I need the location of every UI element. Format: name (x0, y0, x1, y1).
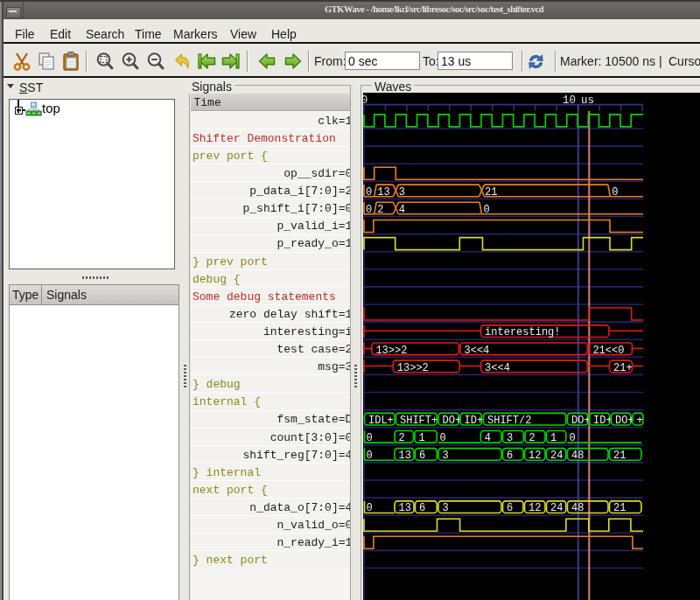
svg-text:13>>2: 13>>2 (396, 362, 428, 374)
svg-text:12: 12 (528, 450, 541, 462)
svg-text:0: 0 (363, 94, 368, 107)
svg-text:0: 0 (439, 432, 445, 444)
svg-text:21<<0: 21<<0 (592, 345, 624, 357)
svg-text:+: + (636, 415, 642, 427)
svg-text:3: 3 (442, 502, 448, 514)
svg-text:0: 0 (366, 204, 372, 216)
svg-text:1: 1 (418, 432, 424, 444)
svg-text:21+: 21+ (613, 362, 633, 374)
svg-text:0: 0 (612, 186, 618, 199)
svg-text:SHIFT+: SHIFT+ (400, 415, 438, 427)
svg-text:3: 3 (398, 186, 404, 199)
svg-text:48: 48 (571, 450, 584, 462)
svg-text:3<<4: 3<<4 (485, 362, 510, 374)
svg-text:DO+: DO+ (571, 415, 591, 427)
svg-text:0: 0 (366, 432, 372, 444)
svg-text:21: 21 (613, 502, 626, 514)
svg-text:12: 12 (528, 502, 541, 514)
svg-text:6: 6 (419, 450, 425, 462)
svg-text:ID+: ID+ (464, 415, 483, 427)
svg-text:4: 4 (398, 204, 404, 216)
svg-text:DO+: DO+ (442, 415, 461, 427)
svg-text:2: 2 (377, 204, 383, 216)
svg-text:13: 13 (377, 186, 389, 199)
svg-text:6: 6 (507, 450, 513, 462)
svg-text:IDL+: IDL+ (368, 415, 394, 427)
svg-text:3<<4: 3<<4 (464, 345, 489, 357)
svg-text:4: 4 (484, 432, 490, 444)
svg-text:13: 13 (398, 450, 410, 462)
svg-text:0: 0 (366, 502, 372, 514)
svg-text:1: 1 (550, 432, 556, 444)
svg-text:13: 13 (398, 502, 410, 514)
svg-text:0: 0 (366, 186, 372, 199)
svg-text:SHIFT/2: SHIFT/2 (487, 415, 531, 427)
svg-text:21: 21 (485, 186, 497, 199)
svg-text:13>>2: 13>>2 (375, 345, 407, 357)
svg-text:2: 2 (398, 432, 404, 444)
svg-text:6: 6 (507, 502, 513, 514)
svg-text:0: 0 (366, 450, 372, 462)
svg-text:21: 21 (613, 450, 626, 462)
svg-text:10: 10 (562, 94, 575, 107)
svg-text:2: 2 (528, 432, 535, 444)
svg-text:3: 3 (507, 432, 513, 444)
svg-text:24: 24 (550, 502, 563, 514)
svg-text:48: 48 (571, 502, 584, 514)
svg-text:ID+: ID+ (593, 415, 612, 427)
svg-text:0: 0 (483, 204, 489, 216)
svg-text:DO+: DO+ (615, 415, 634, 427)
svg-text:6: 6 (419, 502, 425, 514)
svg-text:3: 3 (442, 450, 448, 462)
svg-text:interesting!: interesting! (485, 326, 560, 338)
svg-text:us: us (581, 94, 594, 107)
svg-text:24: 24 (550, 450, 563, 462)
svg-text:0: 0 (569, 432, 575, 444)
